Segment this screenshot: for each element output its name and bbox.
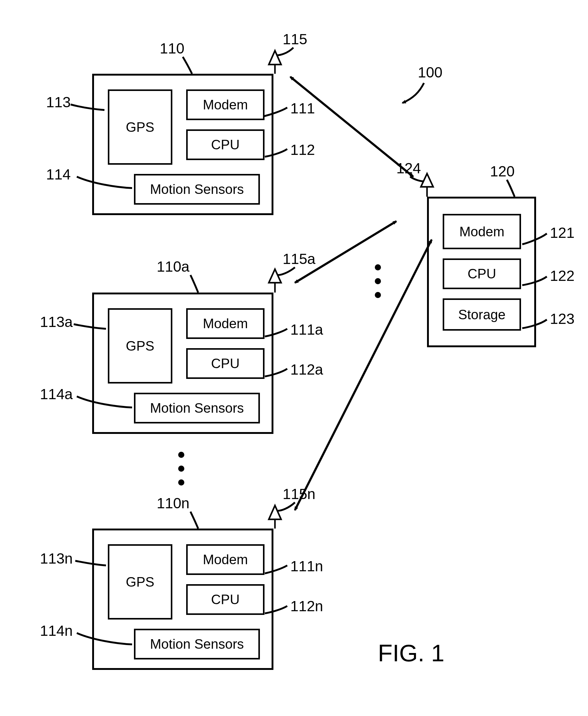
hook-120 [507, 180, 514, 197]
ellipsis-devices-icon [178, 452, 184, 486]
label-112: 112 [290, 141, 315, 158]
label-114a: 114a [40, 386, 73, 403]
device-110a: GPS Modem CPU Motion Sensors [92, 292, 273, 434]
cpu-box-a: CPU [186, 348, 265, 379]
cpu-label-n: CPU [211, 592, 239, 607]
cpu-label: CPU [211, 137, 239, 152]
motion-box-n: Motion Sensors [134, 629, 260, 659]
label-120: 120 [490, 163, 514, 180]
label-110n: 110n [157, 495, 190, 512]
device-110: GPS Modem CPU Motion Sensors [92, 74, 273, 215]
modem-label-n: Modem [203, 552, 248, 567]
cpu-label-a: CPU [211, 356, 239, 371]
hook-110 [183, 57, 192, 74]
server-cpu-label: CPU [467, 266, 496, 282]
label-111a: 111a [290, 321, 323, 338]
pointer-100 [402, 83, 424, 103]
modem-label: Modem [203, 97, 248, 112]
gps-box-a: GPS [108, 308, 172, 384]
label-122: 122 [550, 267, 574, 284]
svg-point-10 [178, 479, 184, 486]
server-modem-box: Modem [443, 214, 521, 249]
cpu-box-n: CPU [186, 584, 265, 615]
server-cpu-box: CPU [443, 259, 521, 289]
label-123: 123 [550, 310, 574, 327]
modem-box: Modem [186, 89, 265, 120]
device-110n: GPS Modem CPU Motion Sensors [92, 529, 273, 670]
label-113n: 113n [40, 550, 73, 567]
motion-label-n: Motion Sensors [150, 636, 244, 652]
antenna-124-icon [421, 173, 433, 197]
hook-110a [190, 275, 198, 292]
server-modem-label: Modem [459, 224, 504, 239]
label-111: 111 [290, 100, 315, 117]
gps-label-a: GPS [126, 338, 154, 354]
label-112a: 112a [290, 361, 323, 378]
gps-box-n: GPS [108, 544, 172, 619]
cpu-box: CPU [186, 129, 265, 160]
gps-label: GPS [126, 120, 154, 135]
label-113: 113 [46, 94, 71, 110]
label-115a: 115a [282, 250, 315, 267]
motion-box: Motion Sensors [134, 174, 260, 205]
ellipsis-links-icon [375, 264, 381, 298]
hook-124 [410, 177, 424, 181]
motion-box-a: Motion Sensors [134, 393, 260, 424]
server-120: Modem CPU Storage [427, 197, 536, 347]
svg-marker-5 [269, 506, 281, 519]
label-100: 100 [418, 64, 442, 81]
hook-115 [276, 48, 293, 55]
svg-marker-7 [421, 173, 433, 187]
antenna-115a-icon [269, 269, 281, 292]
hook-115a [278, 267, 295, 275]
server-storage-label: Storage [458, 307, 505, 322]
modem-label-a: Modem [203, 316, 248, 331]
figure-1-diagram: GPS Modem CPU Motion Sensors GPS Modem C… [0, 0, 588, 716]
figure-caption: FIG. 1 [378, 639, 444, 667]
antenna-115n-icon [269, 506, 281, 529]
gps-box: GPS [108, 89, 172, 165]
label-115: 115 [282, 31, 307, 48]
label-115n: 115n [282, 486, 315, 503]
svg-marker-3 [269, 269, 281, 283]
label-113a: 113a [40, 313, 73, 330]
hook-115n [278, 503, 295, 511]
label-114n: 114n [40, 622, 73, 639]
motion-label: Motion Sensors [150, 182, 244, 197]
modem-box-a: Modem [186, 308, 265, 339]
label-112n: 112n [290, 598, 323, 615]
label-110a: 110a [157, 258, 190, 275]
svg-point-9 [178, 466, 184, 472]
svg-point-12 [375, 278, 381, 284]
svg-point-11 [375, 264, 381, 270]
label-121: 121 [550, 224, 574, 241]
svg-point-13 [375, 292, 381, 298]
label-114: 114 [46, 166, 71, 183]
svg-point-8 [178, 452, 184, 458]
hook-110n [190, 512, 198, 529]
modem-box-n: Modem [186, 544, 265, 575]
gps-label-n: GPS [126, 574, 154, 590]
motion-label-a: Motion Sensors [150, 401, 244, 416]
label-110: 110 [160, 40, 184, 57]
comm-arrow-110 [290, 77, 413, 177]
label-111n: 111n [290, 558, 323, 575]
antenna-115-icon [269, 51, 281, 74]
svg-marker-1 [269, 51, 281, 64]
label-124: 124 [396, 160, 421, 177]
server-storage-box: Storage [443, 299, 521, 331]
